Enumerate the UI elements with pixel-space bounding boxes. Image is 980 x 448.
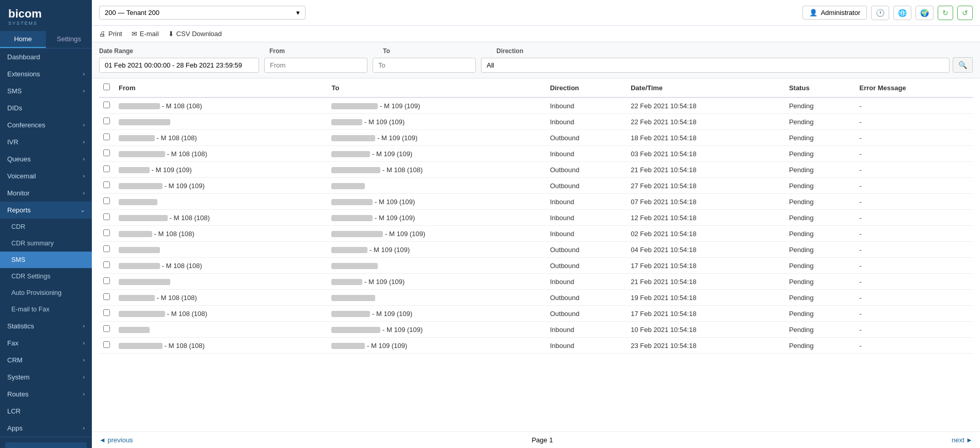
tab-settings[interactable]: Settings (46, 31, 92, 48)
to-blur (331, 343, 365, 349)
email-button[interactable]: ✉ E-mail (132, 30, 159, 38)
sidebar-item-fax[interactable]: Fax› (0, 335, 92, 352)
sidebar-item-statistics[interactable]: Statistics› (0, 318, 92, 335)
sidebar-item-system[interactable]: System› (0, 369, 92, 386)
sidebar-item-routes[interactable]: Routes› (0, 386, 92, 403)
chevron-icon: › (83, 323, 85, 329)
sidebar-item-extensions[interactable]: Extensions› (0, 65, 92, 82)
row-checkbox[interactable] (103, 134, 110, 140)
refresh2-button[interactable]: ↺ (957, 6, 973, 20)
filter-inputs: All Inbound Outbound 🔍 (99, 57, 973, 73)
row-checkbox[interactable] (103, 150, 110, 156)
chevron-icon: › (83, 122, 85, 128)
previous-button[interactable]: ◄ previous (99, 436, 133, 444)
error-cell: - (855, 258, 973, 274)
row-checkbox[interactable] (103, 341, 110, 348)
table-row: - M 108 (108) - M 109 (109)Inbound02 Feb… (99, 226, 973, 242)
tab-home[interactable]: Home (0, 31, 46, 48)
sidebar-item-cdr[interactable]: CDR (0, 219, 92, 235)
status-cell: Pending (785, 162, 855, 178)
sidebar-item-dids[interactable]: DIDs (0, 99, 92, 117)
admin-button[interactable]: 👤 Administrator (802, 6, 867, 20)
sidebar-item-email-to-fax[interactable]: E-mail to Fax (0, 301, 92, 318)
sidebar-item-auto-provisioning[interactable]: Auto Provisioning (0, 285, 92, 301)
select-all-checkbox[interactable] (103, 84, 110, 90)
row-checkbox[interactable] (103, 261, 110, 268)
from-cell: - M 109 (109) (115, 178, 327, 194)
table-row: - M 108 (108) - M 109 (109)Outbound18 Fe… (99, 130, 973, 146)
row-checkbox[interactable] (103, 197, 110, 204)
table-row: - M 109 (109)Inbound10 Feb 2021 10:54:18… (99, 322, 973, 338)
error-cell: - (855, 242, 973, 258)
sidebar-item-sms[interactable]: SMS› (0, 82, 92, 99)
row-checkbox[interactable] (103, 181, 110, 188)
sidebar-item-sms-report[interactable]: SMS (0, 252, 92, 268)
table-row: - M 109 (109)Outbound04 Feb 2021 10:54:1… (99, 242, 973, 258)
tenant-selector[interactable]: 200 — Tenant 200 ▾ (99, 6, 306, 20)
sidebar-item-lcr[interactable]: LCR (0, 403, 92, 420)
from-cell: - M 108 (108) (115, 338, 327, 354)
datetime-cell: 17 Feb 2021 10:54:18 (626, 258, 785, 274)
globe2-button[interactable]: 🌍 (915, 6, 934, 20)
from-cell: - M 109 (109) (115, 162, 327, 178)
refresh1-button[interactable]: ↻ (938, 6, 953, 20)
globe1-button[interactable]: 🌐 (893, 6, 911, 20)
chevron-icon: › (83, 190, 85, 196)
clock-button[interactable]: 🕐 (871, 6, 889, 20)
row-checkbox-cell (99, 210, 115, 226)
sidebar-item-crm[interactable]: CRM› (0, 352, 92, 369)
row-checkbox[interactable] (103, 229, 110, 236)
sidebar-item-cdr-summary[interactable]: CDR summary (0, 235, 92, 252)
row-checkbox[interactable] (103, 213, 110, 220)
next-button[interactable]: next ► (952, 436, 973, 444)
chevron-icon: › (83, 374, 85, 380)
to-input[interactable] (373, 58, 476, 73)
sidebar-item-queues[interactable]: Queues› (0, 151, 92, 168)
print-button[interactable]: 🖨 Print (99, 30, 122, 38)
row-checkbox[interactable] (103, 102, 110, 108)
sidebar-item-apps[interactable]: Apps› (0, 420, 92, 437)
to-cell (327, 178, 545, 194)
csv-download-button[interactable]: ⬇ CSV Download (168, 30, 222, 38)
datetime-cell: 21 Feb 2021 10:54:18 (626, 274, 785, 290)
table-row: - M 109 (109)Inbound21 Feb 2021 10:54:18… (99, 274, 973, 290)
to-blur (331, 199, 373, 205)
direction-cell: Inbound (546, 194, 627, 210)
from-blur (119, 119, 170, 125)
to-cell: - M 109 (109) (327, 306, 545, 322)
to-cell: - M 109 (109) (327, 322, 545, 338)
error-cell: - (855, 162, 973, 178)
sidebar-item-voicemail[interactable]: Voicemail› (0, 168, 92, 185)
sidebar-item-cdr-settings[interactable]: CDR Settings (0, 268, 92, 285)
row-checkbox[interactable] (103, 293, 110, 300)
direction-cell: Inbound (546, 114, 627, 130)
from-input[interactable] (264, 58, 367, 73)
from-cell (115, 194, 327, 210)
datetime-cell: 04 Feb 2021 10:54:18 (626, 242, 785, 258)
row-checkbox[interactable] (103, 325, 110, 332)
to-blur (331, 119, 362, 125)
status-cell: Pending (785, 114, 855, 130)
sidebar-item-conferences[interactable]: Conferences› (0, 117, 92, 134)
row-checkbox[interactable] (103, 118, 110, 124)
sidebar-item-ivr[interactable]: IVR› (0, 134, 92, 151)
row-checkbox-cell (99, 178, 115, 194)
row-checkbox[interactable] (103, 309, 110, 316)
admin-settings-button[interactable]: ⚙ Admin Settings (5, 442, 87, 448)
search-button[interactable]: 🔍 (953, 57, 973, 73)
select-all-header[interactable] (99, 78, 115, 97)
status-cell: Pending (785, 242, 855, 258)
row-checkbox[interactable] (103, 165, 110, 172)
filterbar: Date Range From To Direction All Inbound… (92, 42, 980, 78)
to-cell: - M 109 (109) (327, 97, 545, 114)
sidebar-item-dashboard[interactable]: Dashboard (0, 48, 92, 65)
direction-select[interactable]: All Inbound Outbound (481, 58, 950, 73)
date-range-input[interactable] (99, 58, 259, 73)
error-cell: - (855, 178, 973, 194)
sidebar-item-reports[interactable]: Reports⌄ (0, 202, 92, 219)
error-cell: - (855, 226, 973, 242)
row-checkbox[interactable] (103, 245, 110, 252)
row-checkbox[interactable] (103, 277, 110, 284)
sidebar-item-monitor[interactable]: Monitor› (0, 185, 92, 202)
datetime-cell: 07 Feb 2021 10:54:18 (626, 194, 785, 210)
